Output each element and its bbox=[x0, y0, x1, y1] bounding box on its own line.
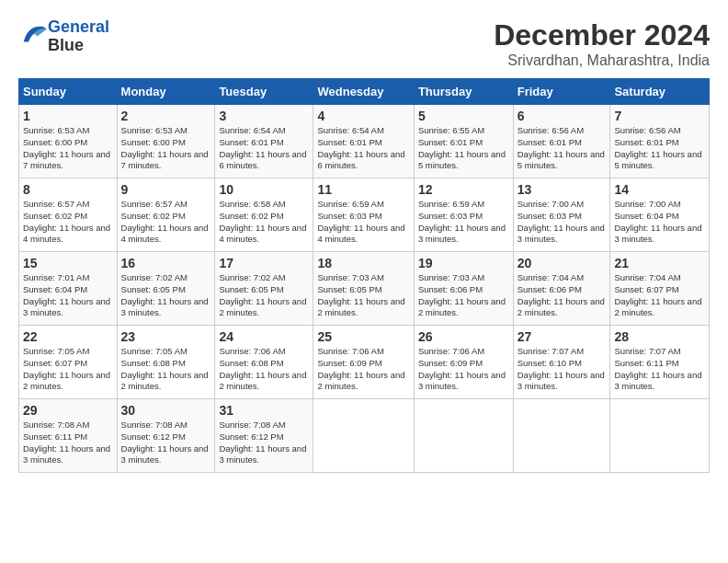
day-info: Sunrise: 6:58 AMSunset: 6:02 PMDaylight:… bbox=[219, 199, 306, 244]
calendar-cell bbox=[513, 399, 610, 473]
day-number: 9 bbox=[121, 182, 211, 197]
day-info: Sunrise: 7:00 AMSunset: 6:03 PMDaylight:… bbox=[518, 199, 605, 244]
col-tuesday: Tuesday bbox=[215, 79, 313, 105]
day-info: Sunrise: 6:56 AMSunset: 6:01 PMDaylight:… bbox=[614, 125, 701, 170]
day-number: 14 bbox=[614, 182, 705, 197]
day-number: 27 bbox=[518, 329, 607, 344]
col-monday: Monday bbox=[117, 79, 215, 105]
calendar-cell: 21 Sunrise: 7:04 AMSunset: 6:07 PMDaylig… bbox=[610, 252, 710, 326]
calendar-cell: 27 Sunrise: 7:07 AMSunset: 6:10 PMDaylig… bbox=[513, 326, 610, 399]
logo: GeneralBlue bbox=[18, 18, 109, 55]
calendar-cell: 19 Sunrise: 7:03 AMSunset: 6:06 PMDaylig… bbox=[414, 252, 513, 326]
day-info: Sunrise: 7:08 AMSunset: 6:11 PMDaylight:… bbox=[23, 419, 110, 465]
day-info: Sunrise: 7:07 AMSunset: 6:10 PMDaylight:… bbox=[518, 346, 605, 391]
day-info: Sunrise: 7:02 AMSunset: 6:05 PMDaylight:… bbox=[219, 272, 306, 317]
day-info: Sunrise: 6:53 AMSunset: 6:00 PMDaylight:… bbox=[23, 125, 110, 170]
day-number: 13 bbox=[518, 182, 607, 197]
calendar-cell: 8 Sunrise: 6:57 AMSunset: 6:02 PMDayligh… bbox=[19, 178, 118, 252]
day-info: Sunrise: 7:06 AMSunset: 6:08 PMDaylight:… bbox=[219, 346, 306, 391]
calendar-cell: 7 Sunrise: 6:56 AMSunset: 6:01 PMDayligh… bbox=[610, 105, 710, 178]
day-number: 20 bbox=[518, 256, 607, 270]
day-number: 3 bbox=[219, 109, 309, 123]
col-friday: Friday bbox=[513, 79, 610, 105]
day-number: 16 bbox=[121, 256, 211, 270]
day-number: 15 bbox=[23, 256, 113, 270]
day-info: Sunrise: 7:00 AMSunset: 6:04 PMDaylight:… bbox=[614, 199, 701, 244]
day-info: Sunrise: 7:08 AMSunset: 6:12 PMDaylight:… bbox=[219, 419, 306, 465]
day-info: Sunrise: 7:03 AMSunset: 6:05 PMDaylight:… bbox=[317, 272, 404, 317]
day-number: 21 bbox=[614, 256, 705, 270]
month-title: December 2024 bbox=[494, 18, 710, 52]
title-section: December 2024 Srivardhan, Maharashtra, I… bbox=[494, 18, 710, 69]
calendar-row: 15 Sunrise: 7:01 AMSunset: 6:04 PMDaylig… bbox=[19, 252, 710, 326]
calendar-table: Sunday Monday Tuesday Wednesday Thursday… bbox=[18, 78, 710, 473]
day-info: Sunrise: 7:05 AMSunset: 6:07 PMDaylight:… bbox=[23, 346, 110, 391]
calendar-cell: 11 Sunrise: 6:59 AMSunset: 6:03 PMDaylig… bbox=[313, 178, 414, 252]
location-title: Srivardhan, Maharashtra, India bbox=[494, 52, 710, 69]
day-info: Sunrise: 7:05 AMSunset: 6:08 PMDaylight:… bbox=[121, 346, 209, 391]
day-number: 25 bbox=[317, 329, 409, 344]
calendar-cell: 3 Sunrise: 6:54 AMSunset: 6:01 PMDayligh… bbox=[215, 105, 313, 178]
calendar-row: 22 Sunrise: 7:05 AMSunset: 6:07 PMDaylig… bbox=[19, 326, 710, 399]
calendar-cell: 17 Sunrise: 7:02 AMSunset: 6:05 PMDaylig… bbox=[215, 252, 313, 326]
calendar-cell: 31 Sunrise: 7:08 AMSunset: 6:12 PMDaylig… bbox=[215, 399, 313, 473]
day-info: Sunrise: 6:56 AMSunset: 6:01 PMDaylight:… bbox=[518, 125, 605, 170]
day-info: Sunrise: 6:53 AMSunset: 6:00 PMDaylight:… bbox=[121, 125, 209, 170]
day-number: 24 bbox=[219, 329, 309, 344]
day-number: 7 bbox=[614, 109, 705, 123]
calendar-cell: 15 Sunrise: 7:01 AMSunset: 6:04 PMDaylig… bbox=[19, 252, 118, 326]
day-number: 28 bbox=[614, 329, 705, 344]
day-number: 12 bbox=[418, 182, 509, 197]
calendar-cell: 13 Sunrise: 7:00 AMSunset: 6:03 PMDaylig… bbox=[513, 178, 610, 252]
calendar-cell bbox=[414, 399, 513, 473]
calendar-row: 8 Sunrise: 6:57 AMSunset: 6:02 PMDayligh… bbox=[19, 178, 710, 252]
day-number: 4 bbox=[317, 109, 409, 123]
calendar-cell: 24 Sunrise: 7:06 AMSunset: 6:08 PMDaylig… bbox=[215, 326, 313, 399]
calendar-cell: 23 Sunrise: 7:05 AMSunset: 6:08 PMDaylig… bbox=[117, 326, 215, 399]
day-number: 2 bbox=[121, 109, 211, 123]
logo-icon bbox=[20, 21, 48, 49]
day-info: Sunrise: 6:57 AMSunset: 6:02 PMDaylight:… bbox=[121, 199, 209, 244]
calendar-cell: 28 Sunrise: 7:07 AMSunset: 6:11 PMDaylig… bbox=[610, 326, 710, 399]
calendar-row: 1 Sunrise: 6:53 AMSunset: 6:00 PMDayligh… bbox=[19, 105, 710, 178]
day-info: Sunrise: 6:57 AMSunset: 6:02 PMDaylight:… bbox=[23, 199, 110, 244]
calendar-row: 29 Sunrise: 7:08 AMSunset: 6:11 PMDaylig… bbox=[19, 399, 710, 473]
day-info: Sunrise: 7:06 AMSunset: 6:09 PMDaylight:… bbox=[317, 346, 404, 391]
day-number: 30 bbox=[121, 403, 211, 418]
day-info: Sunrise: 6:59 AMSunset: 6:03 PMDaylight:… bbox=[418, 199, 506, 244]
day-number: 17 bbox=[219, 256, 309, 270]
calendar-cell: 30 Sunrise: 7:08 AMSunset: 6:12 PMDaylig… bbox=[117, 399, 215, 473]
calendar-cell: 16 Sunrise: 7:02 AMSunset: 6:05 PMDaylig… bbox=[117, 252, 215, 326]
day-info: Sunrise: 7:01 AMSunset: 6:04 PMDaylight:… bbox=[23, 272, 110, 317]
day-number: 6 bbox=[518, 109, 607, 123]
day-info: Sunrise: 7:03 AMSunset: 6:06 PMDaylight:… bbox=[418, 272, 506, 317]
day-number: 23 bbox=[121, 329, 211, 344]
day-number: 1 bbox=[23, 109, 113, 123]
day-info: Sunrise: 6:54 AMSunset: 6:01 PMDaylight:… bbox=[219, 125, 306, 170]
day-info: Sunrise: 6:55 AMSunset: 6:01 PMDaylight:… bbox=[418, 125, 506, 170]
calendar-cell: 18 Sunrise: 7:03 AMSunset: 6:05 PMDaylig… bbox=[313, 252, 414, 326]
day-info: Sunrise: 7:02 AMSunset: 6:05 PMDaylight:… bbox=[121, 272, 209, 317]
calendar-cell: 22 Sunrise: 7:05 AMSunset: 6:07 PMDaylig… bbox=[19, 326, 118, 399]
calendar-cell: 12 Sunrise: 6:59 AMSunset: 6:03 PMDaylig… bbox=[414, 178, 513, 252]
day-info: Sunrise: 7:08 AMSunset: 6:12 PMDaylight:… bbox=[121, 419, 209, 465]
day-number: 29 bbox=[23, 403, 113, 418]
calendar-cell: 2 Sunrise: 6:53 AMSunset: 6:00 PMDayligh… bbox=[117, 105, 215, 178]
calendar-cell: 1 Sunrise: 6:53 AMSunset: 6:00 PMDayligh… bbox=[19, 105, 118, 178]
day-number: 18 bbox=[317, 256, 409, 270]
logo-text: GeneralBlue bbox=[48, 18, 109, 55]
calendar-cell: 26 Sunrise: 7:06 AMSunset: 6:09 PMDaylig… bbox=[414, 326, 513, 399]
calendar-cell: 9 Sunrise: 6:57 AMSunset: 6:02 PMDayligh… bbox=[117, 178, 215, 252]
day-number: 31 bbox=[219, 403, 309, 418]
day-info: Sunrise: 6:54 AMSunset: 6:01 PMDaylight:… bbox=[317, 125, 404, 170]
day-number: 5 bbox=[418, 109, 509, 123]
day-number: 11 bbox=[317, 182, 409, 197]
col-thursday: Thursday bbox=[414, 79, 513, 105]
col-wednesday: Wednesday bbox=[313, 79, 414, 105]
day-number: 26 bbox=[418, 329, 509, 344]
calendar-cell: 4 Sunrise: 6:54 AMSunset: 6:01 PMDayligh… bbox=[313, 105, 414, 178]
calendar-cell: 6 Sunrise: 6:56 AMSunset: 6:01 PMDayligh… bbox=[513, 105, 610, 178]
page-header: GeneralBlue December 2024 Srivardhan, Ma… bbox=[18, 18, 710, 69]
col-saturday: Saturday bbox=[610, 79, 710, 105]
calendar-cell: 10 Sunrise: 6:58 AMSunset: 6:02 PMDaylig… bbox=[215, 178, 313, 252]
